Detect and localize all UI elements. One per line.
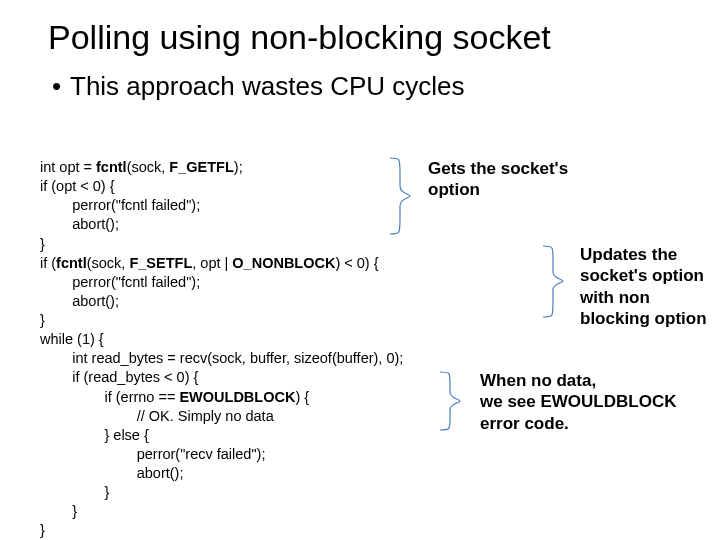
code-text: if (read_bytes < 0) {	[40, 369, 198, 385]
annotation-ewouldblock: When no data, we see EWOULDBLOCK error c…	[480, 370, 680, 434]
code-text: perror("fcntl failed");	[40, 274, 200, 290]
code-text: (sock,	[127, 159, 170, 175]
code-text: , opt |	[192, 255, 232, 271]
code-text: );	[234, 159, 243, 175]
annotation-set-option: Updates the socket's option with non blo…	[580, 244, 720, 329]
code-text: abort();	[40, 216, 119, 232]
code-text: int opt =	[40, 159, 96, 175]
code-text: } else {	[40, 427, 149, 443]
code-keyword: EWOULDBLOCK	[179, 389, 295, 405]
code-keyword: O_NONBLOCK	[232, 255, 335, 271]
code-text: if (opt < 0) {	[40, 178, 115, 194]
brace-icon	[432, 370, 472, 432]
brace-icon	[382, 156, 422, 236]
code-keyword: F_SETFL	[129, 255, 192, 271]
code-text: abort();	[40, 465, 183, 481]
bullet-text: This approach wastes CPU cycles	[70, 71, 464, 101]
code-keyword: fcntl	[96, 159, 127, 175]
brace-icon	[535, 244, 575, 319]
code-keyword: fcntl	[56, 255, 87, 271]
bullet-dot: •	[52, 71, 70, 102]
slide-title: Polling using non-blocking socket	[0, 0, 720, 57]
code-text: }	[40, 503, 77, 519]
code-text: }	[40, 484, 109, 500]
code-text: }	[40, 522, 45, 538]
code-keyword: F_GETFL	[169, 159, 233, 175]
code-text: perror("recv failed");	[40, 446, 265, 462]
code-text: perror("fcntl failed");	[40, 197, 200, 213]
code-text: int read_bytes = recv(sock, buffer, size…	[40, 350, 403, 366]
code-text: }	[40, 312, 45, 328]
code-text: ) < 0) {	[335, 255, 378, 271]
code-text: }	[40, 236, 45, 252]
code-text: if (	[40, 255, 56, 271]
code-text: abort();	[40, 293, 119, 309]
code-text: ) {	[295, 389, 309, 405]
annotation-get-option: Gets the socket's option	[428, 158, 608, 201]
code-block: int opt = fcntl(sock, F_GETFL); if (opt …	[40, 158, 403, 540]
code-text: // OK. Simply no data	[40, 408, 274, 424]
code-text: if (errno ==	[40, 389, 179, 405]
bullet-line: •This approach wastes CPU cycles	[0, 57, 720, 102]
code-text: (sock,	[87, 255, 130, 271]
code-text: while (1) {	[40, 331, 104, 347]
